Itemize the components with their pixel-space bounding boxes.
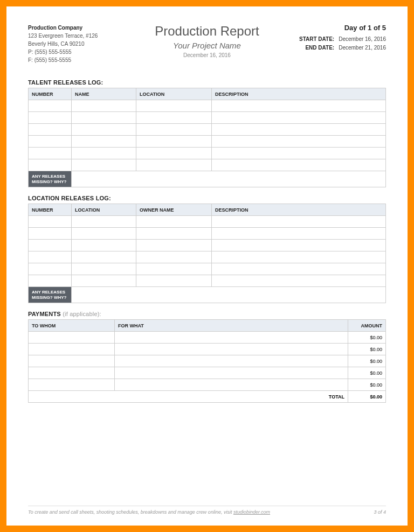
payments-hint: (if applicable): bbox=[61, 311, 101, 317]
company-address1: 123 Evergreen Terrace, #126 bbox=[28, 32, 136, 40]
payments-header-towhom: TO WHOM bbox=[29, 320, 115, 332]
table-row bbox=[29, 159, 386, 171]
location-table: NUMBER LOCATION OWNER NAME DESCRIPTION A… bbox=[28, 204, 386, 303]
table-row: $0.00 bbox=[29, 344, 386, 355]
payments-header-forwhat: FOR WHAT bbox=[115, 320, 348, 332]
missing-input[interactable] bbox=[72, 287, 386, 303]
table-row bbox=[29, 275, 386, 287]
missing-label: ANY RELEASES MISSING? WHY? bbox=[29, 287, 72, 303]
start-date-row: START DATE: December 16, 2016 bbox=[278, 35, 386, 44]
start-date-value: December 16, 2016 bbox=[339, 35, 386, 44]
day-of-label: Day of 1 of 5 bbox=[278, 24, 386, 32]
table-header-row: NUMBER NAME LOCATION DESCRIPTION bbox=[29, 88, 386, 100]
table-row: $0.00 bbox=[29, 367, 386, 379]
amount-cell[interactable]: $0.00 bbox=[348, 379, 386, 391]
payments-section-title: PAYMENTS (if applicable): bbox=[28, 311, 386, 317]
talent-section-title: TALENT RELEASES LOG: bbox=[28, 79, 386, 86]
total-row: TOTAL $0.00 bbox=[29, 391, 386, 403]
talent-table: NUMBER NAME LOCATION DESCRIPTION ANY REL… bbox=[28, 88, 386, 187]
talent-header-number: NUMBER bbox=[29, 88, 72, 100]
page-number: 3 of 4 bbox=[374, 509, 386, 515]
missing-input[interactable] bbox=[72, 171, 386, 187]
project-name: Your Project Name bbox=[136, 41, 278, 50]
total-value: $0.00 bbox=[348, 391, 386, 403]
table-row: $0.00 bbox=[29, 379, 386, 391]
amount-cell[interactable]: $0.00 bbox=[348, 332, 386, 344]
location-section-title: LOCATION RELEASES LOG: bbox=[28, 195, 386, 201]
page-title: Production Report bbox=[136, 24, 278, 39]
table-row bbox=[29, 263, 386, 275]
company-block: Production Company 123 Evergreen Terrace… bbox=[28, 24, 136, 64]
footer-pre: To create and send call sheets, shooting… bbox=[28, 509, 233, 515]
page: Production Company 123 Evergreen Terrace… bbox=[6, 6, 408, 526]
missing-row: ANY RELEASES MISSING? WHY? bbox=[29, 287, 386, 303]
table-row bbox=[29, 240, 386, 251]
report-date: December 16, 2016 bbox=[136, 52, 278, 58]
location-header-owner: OWNER NAME bbox=[136, 204, 212, 216]
table-row: $0.00 bbox=[29, 332, 386, 344]
missing-label: ANY RELEASES MISSING? WHY? bbox=[29, 171, 72, 187]
end-date-label: END DATE: bbox=[305, 44, 334, 52]
payments-header-amount: AMOUNT bbox=[348, 320, 386, 332]
payments-label: PAYMENTS bbox=[28, 311, 61, 317]
amount-cell[interactable]: $0.00 bbox=[348, 355, 386, 367]
missing-row: ANY RELEASES MISSING? WHY? bbox=[29, 171, 386, 187]
amount-cell[interactable]: $0.00 bbox=[348, 367, 386, 379]
payments-table: TO WHOM FOR WHAT AMOUNT $0.00 $0.00 $0.0… bbox=[28, 319, 386, 403]
table-header-row: TO WHOM FOR WHAT AMOUNT bbox=[29, 320, 386, 332]
location-header-location: LOCATION bbox=[72, 204, 136, 216]
table-row bbox=[29, 136, 386, 148]
dates-block: Day of 1 of 5 START DATE: December 16, 2… bbox=[278, 24, 386, 52]
table-row: $0.00 bbox=[29, 355, 386, 367]
footer-text: To create and send call sheets, shooting… bbox=[28, 509, 270, 515]
talent-header-name: NAME bbox=[72, 88, 136, 100]
talent-header-location: LOCATION bbox=[136, 88, 212, 100]
amount-cell[interactable]: $0.00 bbox=[348, 344, 386, 355]
table-row bbox=[29, 124, 386, 136]
table-row bbox=[29, 100, 386, 112]
company-phone: P: (555) 555-5555 bbox=[28, 48, 136, 56]
location-header-description: DESCRIPTION bbox=[212, 204, 386, 216]
total-label: TOTAL bbox=[29, 391, 348, 403]
company-address2: Beverly Hills, CA 90210 bbox=[28, 40, 136, 48]
company-name: Production Company bbox=[28, 24, 136, 32]
location-header-number: NUMBER bbox=[29, 204, 72, 216]
table-row bbox=[29, 148, 386, 159]
footer-link[interactable]: studiobinder.com bbox=[233, 509, 270, 515]
talent-header-description: DESCRIPTION bbox=[212, 88, 386, 100]
header: Production Company 123 Evergreen Terrace… bbox=[28, 24, 386, 64]
title-block: Production Report Your Project Name Dece… bbox=[136, 24, 278, 58]
company-fax: F: (555) 555-5555 bbox=[28, 56, 136, 64]
table-row bbox=[29, 112, 386, 124]
start-date-label: START DATE: bbox=[299, 35, 334, 44]
table-header-row: NUMBER LOCATION OWNER NAME DESCRIPTION bbox=[29, 204, 386, 216]
end-date-value: December 21, 2016 bbox=[339, 44, 386, 52]
table-row bbox=[29, 216, 386, 228]
end-date-row: END DATE: December 21, 2016 bbox=[278, 44, 386, 52]
table-row bbox=[29, 228, 386, 240]
footer: To create and send call sheets, shooting… bbox=[28, 506, 386, 515]
table-row bbox=[29, 251, 386, 263]
